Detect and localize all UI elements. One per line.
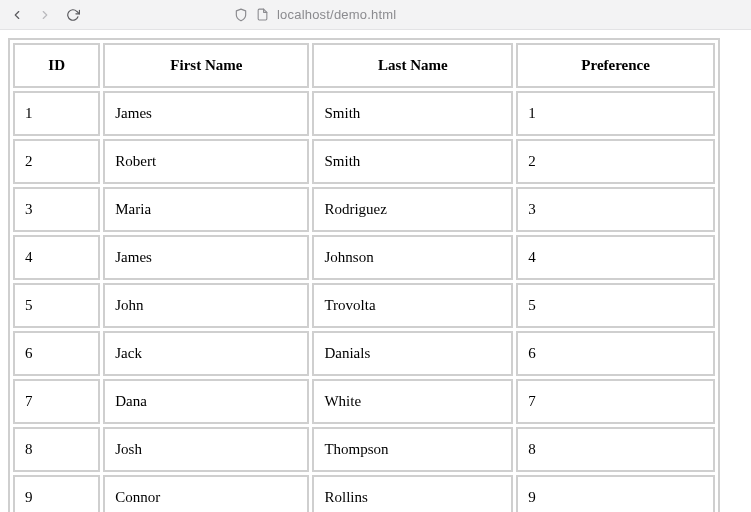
cell-pref: 7 [516,379,715,424]
cell-last: Smith [312,139,513,184]
back-icon[interactable] [10,8,24,22]
table-row: 8JoshThompson8 [13,427,715,472]
url-text: localhost/demo.html [277,7,396,22]
table-row: 4JamesJohnson4 [13,235,715,280]
cell-id: 2 [13,139,100,184]
cell-id: 3 [13,187,100,232]
browser-toolbar: localhost/demo.html [0,0,751,30]
cell-id: 5 [13,283,100,328]
col-header-last-name: Last Name [312,43,513,88]
page-icon [256,8,269,21]
col-header-id: ID [13,43,100,88]
cell-last: Johnson [312,235,513,280]
page-content: ID First Name Last Name Preference 1Jame… [0,30,751,512]
cell-last: Thompson [312,427,513,472]
col-header-first-name: First Name [103,43,309,88]
cell-id: 6 [13,331,100,376]
forward-icon[interactable] [38,8,52,22]
cell-pref: 6 [516,331,715,376]
col-header-preference: Preference [516,43,715,88]
cell-pref: 2 [516,139,715,184]
cell-pref: 9 [516,475,715,512]
address-bar[interactable]: localhost/demo.html [234,7,396,22]
cell-last: Trovolta [312,283,513,328]
cell-pref: 1 [516,91,715,136]
shield-icon [234,8,248,22]
cell-first: Robert [103,139,309,184]
cell-last: Smith [312,91,513,136]
cell-pref: 4 [516,235,715,280]
cell-id: 1 [13,91,100,136]
cell-id: 7 [13,379,100,424]
cell-first: Josh [103,427,309,472]
nav-icon-group [10,8,80,22]
table-row: 3MariaRodriguez3 [13,187,715,232]
table-row: 5JohnTrovolta5 [13,283,715,328]
table-row: 6JackDanials6 [13,331,715,376]
cell-last: Danials [312,331,513,376]
cell-pref: 5 [516,283,715,328]
cell-pref: 3 [516,187,715,232]
table-row: 1JamesSmith1 [13,91,715,136]
cell-pref: 8 [516,427,715,472]
reload-icon[interactable] [66,8,80,22]
cell-last: Rollins [312,475,513,512]
cell-first: Connor [103,475,309,512]
table-row: 2RobertSmith2 [13,139,715,184]
cell-last: White [312,379,513,424]
data-table: ID First Name Last Name Preference 1Jame… [8,38,720,512]
cell-id: 4 [13,235,100,280]
cell-id: 8 [13,427,100,472]
cell-first: Jack [103,331,309,376]
cell-first: James [103,235,309,280]
cell-first: Maria [103,187,309,232]
table-row: 7DanaWhite7 [13,379,715,424]
table-row: 9ConnorRollins9 [13,475,715,512]
cell-id: 9 [13,475,100,512]
cell-first: John [103,283,309,328]
table-header-row: ID First Name Last Name Preference [13,43,715,88]
cell-last: Rodriguez [312,187,513,232]
cell-first: Dana [103,379,309,424]
cell-first: James [103,91,309,136]
